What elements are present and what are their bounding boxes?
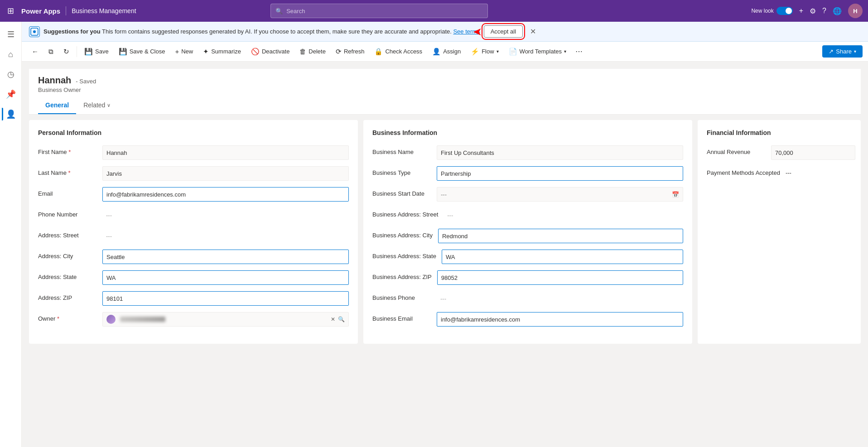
biz-email-input[interactable] xyxy=(437,312,683,327)
state-input[interactable] xyxy=(102,270,349,285)
tab-related[interactable]: Related ∨ xyxy=(76,98,118,114)
back-icon: ← xyxy=(32,48,39,55)
last-name-input[interactable] xyxy=(102,166,349,181)
new-button[interactable]: + New xyxy=(170,45,198,58)
share-icon: ↗ xyxy=(829,48,834,55)
sidebar-item-menu[interactable]: ☰ xyxy=(2,25,20,43)
biz-start-date-row: Business Start Date 📅 xyxy=(372,187,683,202)
new-look-switch[interactable] xyxy=(776,7,793,15)
biz-type-row: Business Type xyxy=(372,166,683,181)
sidebar-item-users[interactable]: 👤 xyxy=(2,105,20,123)
new-icon: + xyxy=(175,48,179,55)
flow-button[interactable]: ⚡ Flow ▾ xyxy=(466,45,503,58)
refresh-icon: ⟳ xyxy=(336,48,342,56)
biz-state-input[interactable] xyxy=(442,250,683,264)
biz-type-label: Business Type xyxy=(372,166,431,176)
waffle-icon[interactable]: ⊞ xyxy=(5,4,16,18)
ai-bar-description: This form contains suggested responses g… xyxy=(102,28,453,35)
save-close-button[interactable]: 💾 Save & Close xyxy=(114,45,170,58)
record-tabs: General Related ∨ xyxy=(38,98,852,114)
back-button[interactable]: ← xyxy=(27,45,43,58)
zip-row: Address: ZIP xyxy=(38,291,349,306)
city-label: Address: City xyxy=(38,250,97,260)
globe-icon[interactable]: 🌐 xyxy=(833,7,842,15)
owner-clear-icon[interactable]: ✕ xyxy=(331,316,335,322)
settings-icon[interactable]: ⚙ xyxy=(810,7,816,15)
biz-type-input[interactable] xyxy=(437,166,683,181)
copy-button[interactable]: ⧉ xyxy=(44,45,58,58)
check-access-button[interactable]: 🔒 Check Access xyxy=(370,45,427,58)
save-icon: 💾 xyxy=(84,48,93,56)
avatar[interactable]: H xyxy=(848,4,863,18)
owner-required: * xyxy=(57,315,59,322)
phone-label: Phone Number xyxy=(38,208,97,218)
tab-general[interactable]: General xyxy=(38,98,76,114)
email-row: Email xyxy=(38,187,349,202)
main-content: Suggestions for you This form contains s… xyxy=(22,22,868,447)
biz-zip-label: Business Address: ZIP xyxy=(372,270,432,280)
assign-button[interactable]: 👤 Assign xyxy=(428,45,465,58)
command-bar: ← ⧉ ↻ 💾 Save 💾 Save & Close + New ✦ Summ… xyxy=(22,42,868,62)
biz-city-row: Business Address: City xyxy=(372,229,683,243)
summarize-button[interactable]: ✦ Summarize xyxy=(198,45,246,58)
search-input[interactable] xyxy=(286,8,483,14)
biz-start-date-input[interactable] xyxy=(437,189,668,200)
biz-city-input[interactable] xyxy=(438,229,683,243)
financial-info-section: Financial Information Annual Revenue Pay… xyxy=(698,120,861,344)
delete-button[interactable]: 🗑 Delete xyxy=(295,45,330,58)
record-name: Hannah xyxy=(38,75,71,86)
share-button[interactable]: ↗ Share ▾ xyxy=(822,45,863,58)
ai-bar-close-icon[interactable]: ✕ xyxy=(530,27,536,36)
save-button[interactable]: 💾 Save xyxy=(80,45,113,58)
more-options-button[interactable]: ⋯ xyxy=(572,44,586,58)
phone-row: Phone Number --- xyxy=(38,208,349,222)
refresh-button[interactable]: ⟳ Refresh xyxy=(331,45,369,58)
zip-input[interactable] xyxy=(102,291,349,306)
flow-chevron-icon: ▾ xyxy=(497,49,499,54)
phone-value: --- xyxy=(102,208,349,222)
state-label: Address: State xyxy=(38,270,97,280)
city-row: Address: City xyxy=(38,250,349,264)
revenue-input[interactable] xyxy=(771,145,855,160)
first-name-label: First Name * xyxy=(38,145,97,155)
app-name: Power Apps xyxy=(21,7,60,15)
sidebar-item-home[interactable]: ⌂ xyxy=(2,45,20,63)
biz-state-row: Business Address: State xyxy=(372,250,683,264)
last-name-label: Last Name * xyxy=(38,166,97,176)
biz-name-input[interactable] xyxy=(437,145,683,160)
biz-name-row: Business Name xyxy=(372,145,683,160)
deactivate-button[interactable]: 🚫 Deactivate xyxy=(246,45,294,58)
biz-city-label: Business Address: City xyxy=(372,229,433,239)
check-access-icon: 🔒 xyxy=(374,48,383,56)
help-icon[interactable]: ? xyxy=(822,7,826,15)
search-bar[interactable]: 🔍 xyxy=(270,4,488,18)
accept-all-button[interactable]: Accept all xyxy=(484,25,523,38)
sidebar-item-pinned[interactable]: 📌 xyxy=(2,85,20,103)
business-info-section: Business Information Business Name Busin… xyxy=(363,120,692,344)
financial-info-title: Financial Information xyxy=(707,129,852,136)
sidebar-item-recent[interactable]: ◷ xyxy=(2,65,20,83)
record-header: Hannah - Saved Business Owner General Re… xyxy=(29,69,861,115)
zip-label: Address: ZIP xyxy=(38,291,97,301)
plus-icon[interactable]: + xyxy=(799,7,803,15)
city-input[interactable] xyxy=(102,250,349,264)
record-saved-label: - Saved xyxy=(76,78,96,85)
new-look-toggle[interactable]: New look xyxy=(751,7,792,15)
biz-street-value: --- xyxy=(444,208,683,222)
biz-zip-input[interactable] xyxy=(437,270,683,285)
owner-name xyxy=(120,317,165,322)
refresh-record-button[interactable]: ↻ xyxy=(59,45,74,58)
payment-value: --- xyxy=(786,166,852,176)
word-templates-button[interactable]: 📄 Word Templates ▾ xyxy=(504,45,571,58)
ai-bar-bold: Suggestions for you xyxy=(43,28,101,35)
owner-label: Owner * xyxy=(38,312,97,322)
ai-suggestions-bar: Suggestions for you This form contains s… xyxy=(22,22,868,42)
biz-start-date-field[interactable]: 📅 xyxy=(437,187,683,202)
calendar-icon[interactable]: 📅 xyxy=(668,191,683,198)
revenue-label: Annual Revenue xyxy=(707,145,766,155)
email-input[interactable] xyxy=(102,187,349,202)
refresh-record-icon: ↻ xyxy=(63,48,69,56)
owner-field[interactable]: ✕ 🔍 xyxy=(102,312,349,327)
owner-search-icon[interactable]: 🔍 xyxy=(338,316,345,322)
first-name-input[interactable] xyxy=(102,145,349,160)
